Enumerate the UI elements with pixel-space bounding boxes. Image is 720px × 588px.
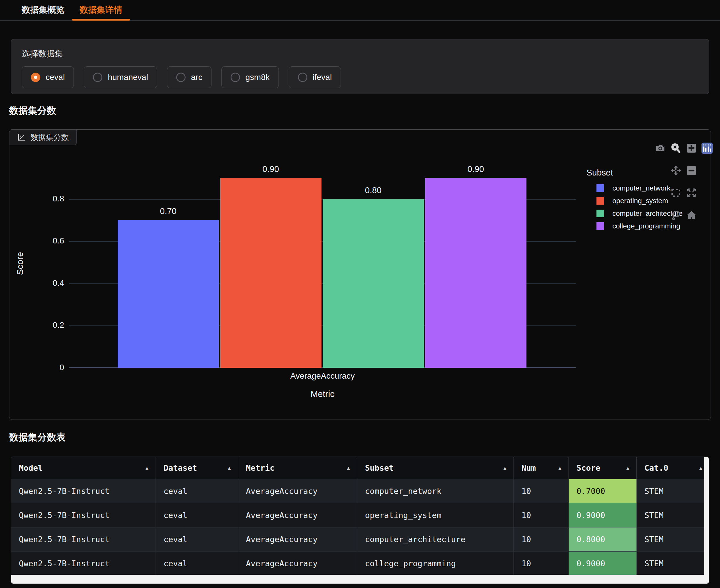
cell-cat0: STEM <box>636 503 709 527</box>
table-header-row: Model▲Dataset▲Metric▲Subset▲Num▲Score▲Ca… <box>11 457 709 479</box>
reset-axes-home-icon[interactable] <box>683 208 699 222</box>
table-section-heading: 数据集分数表 <box>9 431 66 444</box>
legend-swatch-icon <box>596 222 604 230</box>
column-header-label: Dataset <box>164 463 197 472</box>
cell-score: 0.7000 <box>569 479 636 503</box>
cell-model: Qwen2.5-7B-Instruct <box>11 479 156 503</box>
radio-unselected-icon <box>176 72 186 82</box>
cell-metric: AverageAccuracy <box>238 551 357 575</box>
cell-metric: AverageAccuracy <box>238 503 357 527</box>
x-axis-tick-label: AverageAccuracy <box>69 371 576 381</box>
column-header-score[interactable]: Score▲ <box>569 457 636 479</box>
column-header-subset[interactable]: Subset▲ <box>357 457 514 479</box>
plot-panel-label-text: 数据集分数 <box>30 132 69 143</box>
column-header-dataset[interactable]: Dataset▲ <box>156 457 238 479</box>
cell-cat0: STEM <box>636 527 709 551</box>
bar-computer_network[interactable] <box>118 220 219 368</box>
cell-dataset: ceval <box>156 551 238 575</box>
dataset-radio-arc[interactable]: arc <box>167 66 211 88</box>
dataset-radio-ceval[interactable]: ceval <box>22 66 74 88</box>
table-row-college_programming: Qwen2.5-7B-InstructcevalAverageAccuracyc… <box>11 551 709 575</box>
cell-model: Qwen2.5-7B-Instruct <box>11 503 156 527</box>
autoscale-icon[interactable] <box>683 186 699 200</box>
column-header-metric[interactable]: Metric▲ <box>238 457 357 479</box>
cell-subset: operating_system <box>357 503 514 527</box>
cell-metric: AverageAccuracy <box>238 527 357 551</box>
box-select-icon[interactable] <box>668 186 683 200</box>
column-header-num[interactable]: Num▲ <box>514 457 569 479</box>
bar-college_programming[interactable] <box>425 178 527 368</box>
zoom-in-icon[interactable] <box>683 142 699 155</box>
tab-dataset-overview[interactable]: 数据集概览 <box>14 0 72 20</box>
tab-dataset-details[interactable]: 数据集详情 <box>72 0 130 20</box>
table-body: Qwen2.5-7B-InstructcevalAverageAccuracyc… <box>11 479 709 575</box>
tab-bar: 数据集概览数据集详情 <box>0 0 720 21</box>
sort-arrow-icon[interactable]: ▲ <box>699 465 702 471</box>
x-axis-title: Metric <box>69 389 576 399</box>
sort-arrow-icon[interactable]: ▲ <box>145 465 148 471</box>
zoom-out-icon[interactable] <box>683 164 699 177</box>
sort-arrow-icon[interactable]: ▲ <box>626 465 630 471</box>
table-vertical-scrollbar[interactable] <box>704 457 709 575</box>
cell-cat0: STEM <box>636 551 709 575</box>
table-horizontal-scrollbar[interactable] <box>11 575 709 584</box>
radio-unselected-icon <box>93 72 102 82</box>
chart-card: 数据集分数 <box>9 129 711 420</box>
sort-arrow-icon[interactable]: ▲ <box>347 465 350 471</box>
y-tick-0.6: 0.6 <box>9 236 64 246</box>
scores-table: Model▲Dataset▲Metric▲Subset▲Num▲Score▲Ca… <box>11 457 709 584</box>
radio-label: ceval <box>46 72 65 82</box>
zoom-icon[interactable] <box>668 142 683 155</box>
dataset-radio-ifeval[interactable]: ifeval <box>289 66 341 88</box>
cell-score: 0.8000 <box>569 527 636 551</box>
y-tick-0.8: 0.8 <box>9 194 64 204</box>
radio-unselected-icon <box>231 72 240 82</box>
plotly-logo-icon[interactable] <box>699 142 715 155</box>
legend-swatch-icon <box>596 210 604 217</box>
bar-value-label-computer_network: 0.70 <box>118 206 219 216</box>
bar-computer_architecture[interactable] <box>323 199 424 368</box>
cell-num: 10 <box>514 527 569 551</box>
sort-arrow-icon[interactable]: ▲ <box>228 465 231 471</box>
pan-icon[interactable] <box>668 164 683 177</box>
cell-cat0: STEM <box>636 479 709 503</box>
column-header-model[interactable]: Model▲ <box>11 457 156 479</box>
cell-num: 10 <box>514 503 569 527</box>
legend-swatch-icon <box>596 184 604 192</box>
radio-label: gsm8k <box>245 72 269 82</box>
plot-area: 0.700.900.800.90 <box>69 159 576 368</box>
bar-value-label-operating_system: 0.90 <box>220 164 322 174</box>
cell-subset: computer_architecture <box>357 527 514 551</box>
column-header-label: Metric <box>246 463 275 472</box>
y-tick-0: 0 <box>9 363 64 372</box>
sort-arrow-icon[interactable]: ▲ <box>503 465 507 471</box>
cell-dataset: ceval <box>156 527 238 551</box>
cell-score: 0.9000 <box>569 551 636 575</box>
legend-swatch-icon <box>596 197 604 205</box>
dataset-radio-gsm8k[interactable]: gsm8k <box>222 66 279 88</box>
scatter-plot-icon <box>17 133 26 142</box>
y-tick-0.2: 0.2 <box>9 320 64 330</box>
column-header-cat-0[interactable]: Cat.0▲ <box>636 457 709 479</box>
plotly-modebar <box>652 142 715 231</box>
cell-dataset: ceval <box>156 503 238 527</box>
table-row-operating_system: Qwen2.5-7B-InstructcevalAverageAccuracyo… <box>11 503 709 527</box>
plot-panel-label: 数据集分数 <box>9 129 77 145</box>
camera-icon[interactable] <box>652 142 668 155</box>
sort-arrow-icon[interactable]: ▲ <box>558 465 561 471</box>
column-header-label: Cat.0 <box>644 463 668 472</box>
dataset-radio-humaneval[interactable]: humaneval <box>84 66 157 88</box>
lasso-select-icon[interactable] <box>668 208 683 222</box>
radio-selected-icon <box>31 72 40 82</box>
chart-section-heading: 数据集分数 <box>9 104 56 117</box>
selector-label: 选择数据集 <box>22 48 698 59</box>
cell-num: 10 <box>514 479 569 503</box>
bar-operating_system[interactable] <box>220 178 322 368</box>
column-header-label: Model <box>19 463 43 472</box>
dataset-radio-group: cevalhumanevalarcgsm8kifeval <box>22 66 698 88</box>
column-header-label: Num <box>521 463 536 472</box>
page: 数据集概览数据集详情 选择数据集 cevalhumanevalarcgsm8ki… <box>0 0 720 588</box>
radio-label: humaneval <box>108 72 148 82</box>
cell-subset: college_programming <box>357 551 514 575</box>
radio-unselected-icon <box>298 72 307 82</box>
